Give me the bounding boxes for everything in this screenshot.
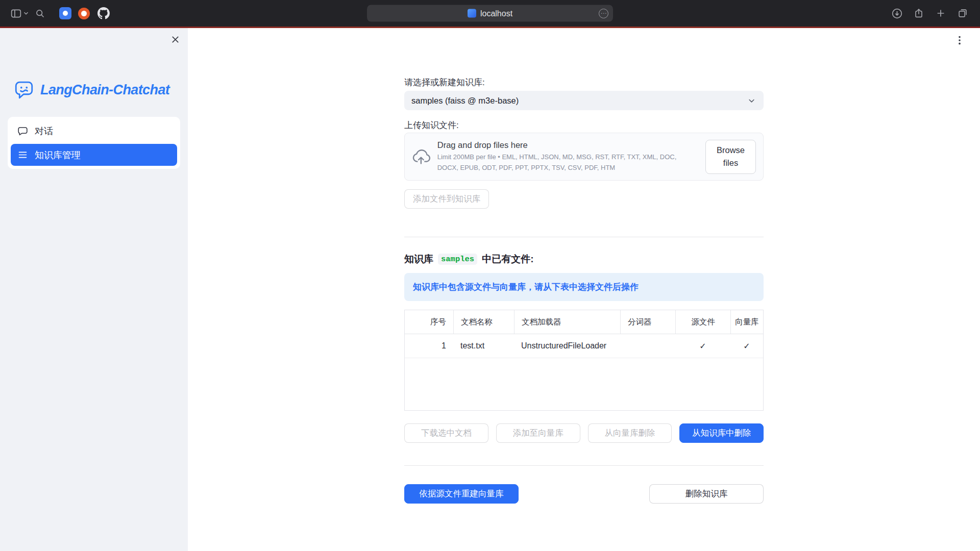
chevron-down-icon xyxy=(23,11,29,15)
sidebar-item-chat[interactable]: 对话 xyxy=(11,120,177,142)
toolbar-left xyxy=(10,6,111,21)
section-divider xyxy=(404,465,764,466)
delete-from-vectorstore-button[interactable]: 从向量库删除 xyxy=(588,423,672,443)
cell-index: 1 xyxy=(405,334,453,358)
logo-text: LangChain-Chatchat xyxy=(40,82,169,98)
sidebar-nav: 对话 知识库管理 xyxy=(8,117,180,169)
search-icon xyxy=(35,8,45,19)
dropzone-text: Drag and drop files here Limit 200MB per… xyxy=(437,140,698,172)
table-header-name: 文档名称 xyxy=(453,310,514,334)
new-tab-button[interactable] xyxy=(934,6,948,21)
toolbar-right xyxy=(890,6,970,21)
download-icon xyxy=(891,8,903,19)
files-title-suffix: 中已有文件: xyxy=(482,253,533,266)
kb-selected-value: samples (faiss @ m3e-base) xyxy=(411,96,519,106)
address-text: localhost xyxy=(480,9,512,18)
main-content: 请选择或新建知识库: samples (faiss @ m3e-base) 上传… xyxy=(188,28,980,551)
table-header-index: 序号 xyxy=(405,310,453,334)
share-icon xyxy=(913,8,924,19)
cell-source-check: ✓ xyxy=(675,334,730,358)
upload-label: 上传知识文件: xyxy=(404,120,764,131)
address-bar[interactable]: localhost ⋯ xyxy=(367,5,613,22)
delete-from-kb-button[interactable]: 从知识库中删除 xyxy=(679,423,764,443)
github-extension-button[interactable] xyxy=(96,6,111,21)
extensions-badge[interactable]: ⋯ xyxy=(599,9,608,18)
files-title: 知识库 samples 中已有文件: xyxy=(404,253,764,266)
close-icon xyxy=(170,35,180,44)
browse-files-button[interactable]: Browse files xyxy=(705,140,756,174)
app-logo: LangChain-Chatchat xyxy=(13,79,188,101)
orange-extension-icon[interactable] xyxy=(78,8,90,19)
table-action-buttons: 下载选中文档 添加至向量库 从向量库删除 从知识库中删除 xyxy=(404,423,764,443)
app-menu-button[interactable] xyxy=(952,33,967,47)
kebab-menu-icon xyxy=(954,35,965,46)
sidebar-item-kb-management[interactable]: 知识库管理 xyxy=(11,144,177,166)
dropzone-hint: Limit 200MB per file • EML, HTML, JSON, … xyxy=(437,152,698,172)
kb-name-code: samples xyxy=(438,254,477,265)
kb-action-buttons: 依据源文件重建向量库 删除知识库 xyxy=(404,484,764,504)
logo-chat-icon xyxy=(13,79,35,101)
github-icon xyxy=(97,7,110,19)
rebuild-vectorstore-button[interactable]: 依据源文件重建向量库 xyxy=(404,484,519,504)
chat-bubble-icon xyxy=(17,126,28,136)
share-button[interactable] xyxy=(912,6,926,21)
info-banner: 知识库中包含源文件与向量库，请从下表中选择文件后操作 xyxy=(404,273,764,301)
file-dropzone[interactable]: Drag and drop files here Limit 200MB per… xyxy=(404,133,764,181)
table-header-loader: 文档加载器 xyxy=(514,310,620,334)
sidebar-item-label: 知识库管理 xyxy=(35,149,81,161)
close-sidebar-button[interactable] xyxy=(168,33,182,46)
table-header-row: 序号 文档名称 文档加载器 分词器 源文件 向量库 xyxy=(405,310,763,334)
select-chevron-icon xyxy=(747,96,756,106)
table-row[interactable]: 1 test.txt UnstructuredFileLoader ✓ ✓ xyxy=(405,334,763,358)
add-to-vectorstore-button[interactable]: 添加至向量库 xyxy=(496,423,580,443)
files-table: 序号 文档名称 文档加载器 分词器 源文件 向量库 1 test.txt Uns… xyxy=(404,310,764,411)
cell-loader: UnstructuredFileLoader xyxy=(514,334,620,358)
cell-vector-check: ✓ xyxy=(730,334,763,358)
add-files-button[interactable]: 添加文件到知识库 xyxy=(404,189,489,209)
extension-icons xyxy=(59,6,111,21)
info-text: 知识库中包含源文件与向量库，请从下表中选择文件后操作 xyxy=(413,281,639,293)
sidebar-item-label: 对话 xyxy=(35,125,53,137)
table-header-splitter: 分词器 xyxy=(620,310,675,334)
cell-splitter xyxy=(620,334,675,358)
kb-selectbox[interactable]: samples (faiss @ m3e-base) xyxy=(404,91,764,110)
blue-extension-icon[interactable] xyxy=(59,7,71,19)
app-area: LangChain-Chatchat 对话 知识库管理 请选择或新建知识库: xyxy=(0,28,980,551)
plus-icon xyxy=(935,8,946,19)
app-sidebar: LangChain-Chatchat 对话 知识库管理 xyxy=(0,28,188,551)
kb-select-label: 请选择或新建知识库: xyxy=(404,77,764,88)
knowledge-base-icon xyxy=(17,149,28,160)
cloud-upload-icon xyxy=(412,147,430,166)
sidebar-panel-icon xyxy=(10,8,22,19)
table-header-vector: 向量库 xyxy=(730,310,763,334)
tab-overview-button[interactable] xyxy=(955,6,970,21)
browser-chrome: localhost ⋯ xyxy=(0,0,980,27)
dropzone-title: Drag and drop files here xyxy=(437,140,698,150)
cell-doc-name: test.txt xyxy=(453,334,514,358)
tabs-icon xyxy=(957,8,968,19)
browser-window: localhost ⋯ xyxy=(0,0,980,551)
site-favicon xyxy=(468,9,476,18)
files-title-prefix: 知识库 xyxy=(404,253,433,266)
table-header-source: 源文件 xyxy=(675,310,730,334)
sidebar-toggle-button[interactable] xyxy=(10,6,29,21)
delete-kb-button[interactable]: 删除知识库 xyxy=(649,484,764,504)
section-divider xyxy=(404,237,764,237)
download-selected-button[interactable]: 下载选中文档 xyxy=(404,423,488,443)
download-button[interactable] xyxy=(890,6,904,21)
search-button[interactable] xyxy=(33,6,47,21)
page-column: 请选择或新建知识库: samples (faiss @ m3e-base) 上传… xyxy=(404,28,764,504)
